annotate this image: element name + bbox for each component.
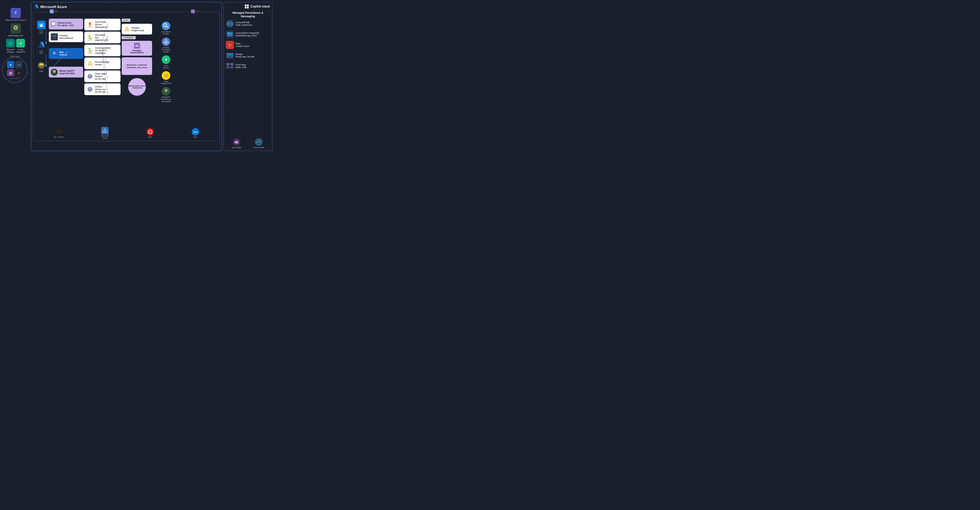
web-pubsub-box-wrap: ⚙ WebPubSub bbox=[49, 46, 83, 59]
vscode-icon: ◈ bbox=[7, 61, 14, 68]
svg-text:Core: Core bbox=[89, 90, 91, 91]
front-door-node: FrontDoor bbox=[37, 21, 46, 34]
microservices-col: Java User ProfileService(Spring Boot) 🐍 … bbox=[84, 17, 121, 95]
inner-arch: ⬡ AKS ⬡ ACA Fro bbox=[33, 12, 220, 141]
azure-hf-label: AzureHugging Face bbox=[161, 80, 172, 85]
svg-text:⚙: ⚙ bbox=[53, 51, 56, 55]
aro-node: ARO bbox=[146, 128, 154, 138]
azure-hf-icon: 😊 bbox=[162, 71, 170, 80]
polyglot-label: PolyglotPlugins (tool) bbox=[132, 27, 144, 32]
svg-text:🐍: 🐍 bbox=[88, 35, 92, 40]
svg-rect-119 bbox=[226, 63, 229, 65]
redis-icon bbox=[226, 41, 234, 49]
front-door-icon bbox=[37, 21, 46, 29]
user-profile-label: User ProfileService(Spring Boot) bbox=[95, 21, 108, 29]
aad-icon bbox=[37, 41, 46, 49]
sk-icon: 4K bbox=[134, 43, 140, 49]
client-bing: ⬡ bing.com(Plugin) bbox=[6, 39, 15, 53]
svg-rect-100 bbox=[247, 5, 249, 6]
recommendation-label: recommendationsvc (w/ SK +Langchain) bbox=[95, 47, 111, 54]
svg-point-39 bbox=[53, 70, 55, 72]
svg-rect-101 bbox=[245, 7, 247, 8]
client-bing-chatgpt: ⬡ bing.com(Plugin) ✦ ai.com(ChatGPT) bbox=[2, 39, 29, 53]
svg-rect-102 bbox=[247, 7, 249, 8]
svg-point-111 bbox=[228, 33, 229, 33]
azure-header: Microsoft Azure bbox=[33, 4, 220, 10]
human-in-loop-box: 💬 Human-in-loopFin. advise - ACS bbox=[49, 19, 83, 29]
cosmosdb-pg-item: CosmosDB for PostgreSQLEmbeddings (pg_ve… bbox=[226, 30, 270, 38]
human-in-loop-icon: 💬 bbox=[51, 22, 56, 27]
client-teams: T Teams w/ ACS (Comm.) bbox=[2, 8, 29, 21]
apim-node: APIM bbox=[37, 61, 46, 73]
svg-text:😊: 😊 bbox=[164, 73, 169, 78]
svg-point-70 bbox=[165, 41, 167, 43]
svg-text:✦: ✦ bbox=[19, 41, 22, 46]
cosmosdb-sql-svg bbox=[226, 20, 234, 28]
cosmosdb-pg-svg bbox=[226, 30, 234, 38]
svg-rect-27 bbox=[40, 24, 43, 27]
main-flow: FrontDoor AADB2C bbox=[35, 14, 218, 139]
aks-label: AKS bbox=[54, 10, 58, 12]
semantic-kernel-box: 4K SemanticKernel (REST) bbox=[122, 41, 152, 56]
generation-icon: 🐍 python bbox=[86, 34, 94, 41]
svg-rect-122 bbox=[230, 66, 234, 69]
aks-icon: ⬡ bbox=[50, 10, 54, 13]
svg-text:✦: ✦ bbox=[164, 57, 168, 62]
asa-icon bbox=[192, 128, 199, 135]
iac-cicd-label: IaC + CI/CD bbox=[54, 136, 63, 138]
aca-icon: ⬡ bbox=[191, 10, 195, 13]
svg-text:python: python bbox=[88, 40, 92, 41]
human-in-loop-label: Human-in-loopFin. advise - ACS bbox=[57, 22, 73, 27]
azure-hf-node: 😊 AzureHugging Face bbox=[153, 71, 179, 85]
event-hubs-item: Event HubsKafka - EDA bbox=[226, 62, 270, 70]
svg-text:node: node bbox=[52, 35, 56, 37]
svg-point-107 bbox=[229, 23, 231, 24]
event-hubs-label: Event HubsKafka - EDA bbox=[235, 64, 247, 69]
user-profile-box: Java User ProfileService(Spring Boot) bbox=[84, 19, 121, 30]
svg-text:⬡: ⬡ bbox=[192, 11, 194, 13]
web-pubsub-box: ⚙ WebPubSub bbox=[49, 48, 83, 59]
svg-text:python: python bbox=[88, 53, 92, 54]
right-panel: Copilot stack Managed Persistence & Mess… bbox=[223, 2, 272, 151]
azure-title: Microsoft Azure bbox=[40, 5, 67, 9]
personalization-label: Personalizationservice bbox=[95, 61, 110, 66]
client-agentmiyagi: agentmiyagi.com bbox=[2, 23, 29, 37]
bing-icon: ⬡ bbox=[6, 39, 15, 48]
bing-label: bing.com(Plugin) bbox=[6, 48, 14, 53]
svg-text:🤖: 🤖 bbox=[9, 71, 13, 75]
cosmosdb-sql-item: CosmosDB SQLChats, preferences bbox=[226, 20, 270, 28]
github-copilot-icon: ⬡ bbox=[15, 69, 22, 76]
svg-rect-125 bbox=[235, 142, 236, 143]
svg-text:.NET: .NET bbox=[88, 88, 92, 89]
miyagi-plugin-icon bbox=[51, 69, 58, 76]
chatgpt-label: ai.com(ChatGPT) bbox=[16, 48, 25, 53]
svg-text:T: T bbox=[15, 11, 17, 15]
frontend-box: node TS Frontend(Next.js/React) bbox=[49, 31, 83, 42]
redis-label: RedisCuration Cache bbox=[235, 42, 249, 48]
cog-search-node: Cog Searchfor RaG bbox=[153, 22, 179, 35]
miyagigpt-label: MiyagiGPTFinetuned viaDeepSpeed bbox=[161, 96, 171, 102]
azure-area: Microsoft Azure ⬡ AKS ⬡ ACA bbox=[31, 2, 222, 151]
redis-item: RedisCuration Cache bbox=[226, 41, 270, 49]
semantic-col: HTTP PolyglotPlugins (tool) HTTP/gRPC bbox=[122, 17, 152, 96]
aro-label: ARO bbox=[148, 136, 152, 138]
svg-rect-116 bbox=[226, 53, 234, 55]
svg-rect-118 bbox=[226, 57, 234, 58]
iac-cicd-icon bbox=[55, 128, 62, 135]
qdrant-box: Qdrant Vector Store - HNSW (PV) bbox=[128, 78, 146, 96]
copilot-stack-icon bbox=[245, 4, 249, 9]
app-insights-label: App Insights bbox=[232, 147, 242, 149]
storage-label: StoragePrivate data, SK skills bbox=[235, 53, 255, 58]
inner-loop-icons: ◈ </> 🤖 ⬡ GitHub Copilot X bbox=[2, 59, 27, 81]
miyagi-plugin-label: Miyagi ChatGPTplugin (SK Skill) bbox=[59, 70, 75, 75]
agentmiyagi-label: agentmiyagi.com bbox=[8, 34, 23, 37]
aad-label: AADB2C bbox=[40, 50, 43, 54]
svg-text:◈: ◈ bbox=[10, 63, 12, 66]
aca-label: ACA bbox=[196, 10, 199, 12]
ms-graph-node: MicrosoftGraph bbox=[101, 127, 108, 139]
svg-rect-120 bbox=[230, 63, 234, 65]
aad-b2c-node: AADB2C bbox=[37, 41, 46, 54]
left-panel: T Teams w/ ACS (Comm.) agentmiyagi.com ⬡… bbox=[2, 2, 29, 151]
miyagigpt-node: MiyagiGPTFinetuned viaDeepSpeed bbox=[153, 87, 179, 102]
polyglot-icon bbox=[124, 26, 130, 33]
